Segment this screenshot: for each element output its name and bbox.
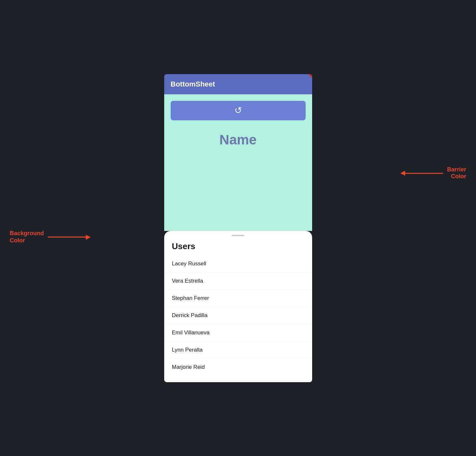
background-color-arrow (48, 237, 90, 238)
app-bar: BottomSheet DEBUG (164, 74, 312, 94)
barrier-color-label: Barrier Color (447, 166, 466, 180)
list-item[interactable]: Emil Villanueva (164, 324, 312, 342)
background-color-annotation: Background Color (10, 230, 90, 244)
name-label: Name (219, 132, 257, 148)
refresh-icon: ↺ (234, 106, 242, 115)
bottom-sheet-title: Users (164, 241, 312, 255)
drag-handle[interactable] (231, 235, 245, 236)
list-item[interactable]: Marjorie Reid (164, 359, 312, 376)
list-item[interactable]: Stephan Ferrer (164, 290, 312, 307)
user-list: Lacey RussellVera EstrellaStephan Ferrer… (164, 255, 312, 376)
list-item[interactable]: Vera Estrella (164, 273, 312, 290)
main-content-area: ↺ Name (164, 94, 312, 231)
app-title: BottomSheet (171, 80, 215, 88)
list-item[interactable]: Derrick Padilla (164, 307, 312, 324)
list-item[interactable]: Lacey Russell (164, 255, 312, 273)
barrier-color-arrow (401, 173, 443, 174)
list-item[interactable]: Lynn Peralta (164, 342, 312, 359)
barrier-color-annotation: Barrier Color (401, 166, 466, 180)
bottom-sheet: Users Lacey RussellVera EstrellaStephan … (164, 231, 312, 382)
phone-container: BottomSheet DEBUG ↺ Name Users Lacey Rus… (164, 74, 312, 382)
background-color-label: Background Color (10, 230, 44, 244)
debug-badge: DEBUG (297, 74, 312, 79)
refresh-button[interactable]: ↺ (171, 101, 306, 120)
